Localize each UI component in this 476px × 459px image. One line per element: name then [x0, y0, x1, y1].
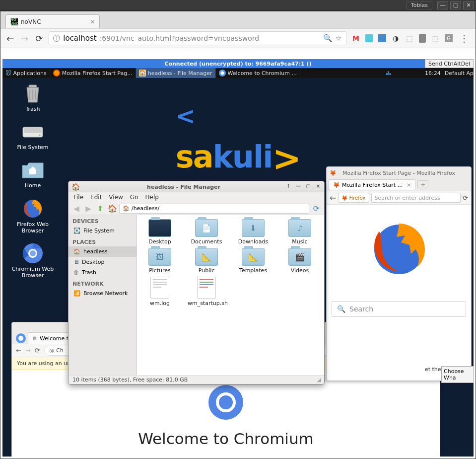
- firefox-search-box[interactable]: 🔍 Search: [332, 301, 466, 317]
- extension-icon-6[interactable]: ⬚: [431, 34, 440, 43]
- sidebar-item-network[interactable]: 📶Browse Network: [68, 288, 136, 299]
- fm-item-templates[interactable]: 📐Templates: [234, 248, 272, 274]
- fm-item-videos[interactable]: 🎬Videos: [281, 248, 319, 274]
- nav-home-icon[interactable]: 🏠: [107, 204, 117, 214]
- firefox-identity-pill[interactable]: 🦊 Firefox: [338, 193, 369, 203]
- chromium-reload-button[interactable]: ⟳: [35, 347, 40, 354]
- desktop-icon-label: Trash: [10, 106, 55, 112]
- chrome-menu-button[interactable]: ⋮: [458, 33, 471, 44]
- desktop-icon-trash[interactable]: Trash: [10, 83, 55, 112]
- sidebar-item-trash[interactable]: 🗑Trash: [68, 267, 136, 278]
- sidebar-item-label: Browse Network: [83, 290, 128, 297]
- chromium-forward-button[interactable]: →: [25, 347, 31, 354]
- fm-item-wmlog[interactable]: wm.log: [141, 277, 179, 306]
- menu-view[interactable]: View: [109, 194, 123, 201]
- xfce-workspace-label[interactable]: Default Ap: [445, 70, 474, 76]
- fm-item-label: wm_startup.sh: [188, 301, 225, 306]
- firefox-pill-icon: 🦊: [341, 195, 347, 201]
- fm-item-label: wm.log: [141, 301, 179, 306]
- desktop-icon-label: Firefox Web Browser: [10, 221, 55, 234]
- resize-grip-icon[interactable]: ◢: [317, 377, 320, 383]
- chrome-forward-button[interactable]: →: [20, 32, 29, 45]
- desktop-icon-home[interactable]: Home: [10, 159, 55, 189]
- extension-icon-2[interactable]: [378, 34, 386, 42]
- filemanager-maximize-button[interactable]: ▢: [304, 183, 312, 190]
- nav-forward-icon[interactable]: ▶: [83, 204, 93, 214]
- firefox-content: 🔍 Search: [327, 205, 471, 322]
- chromium-tabstrip-icon: [16, 333, 26, 343]
- firefox-reload-button[interactable]: ⟳: [463, 194, 468, 202]
- network-tray-icon[interactable]: 🖧: [386, 70, 391, 76]
- filemanager-menubar: File Edit View Go Help: [68, 192, 324, 202]
- host-minimize-button[interactable]: —: [437, 1, 448, 9]
- extension-icon-4[interactable]: ⬚: [405, 34, 414, 43]
- gmail-icon[interactable]: M: [351, 34, 360, 43]
- sidebar-item-label: File System: [83, 228, 115, 234]
- nav-back-icon[interactable]: ◀: [71, 204, 81, 214]
- extension-icon-3[interactable]: ◑: [391, 34, 400, 43]
- fm-item-public[interactable]: 📐Public: [188, 248, 225, 274]
- folder-icon: 📐: [195, 248, 218, 266]
- fm-item-music[interactable]: ♪Music: [281, 219, 319, 245]
- firefox-back-button[interactable]: ←: [330, 193, 336, 203]
- firefox-pill-label: Firefox: [349, 195, 365, 201]
- firefox-titlebar[interactable]: 🦊 Mozilla Firefox Start Page - Mozilla F…: [327, 167, 471, 179]
- sidebar-item-headless[interactable]: 🏠headless: [68, 246, 136, 257]
- nav-up-icon[interactable]: ⬆: [95, 204, 105, 214]
- firefox-newtab-button[interactable]: +: [417, 180, 428, 189]
- menu-file[interactable]: File: [73, 194, 83, 201]
- filemanager-close-button[interactable]: ×: [314, 183, 322, 190]
- filemanager-minimize-button[interactable]: —: [294, 183, 302, 190]
- filemanager-pane[interactable]: Desktop 📄Documents ⬇Downloads ♪Music 🖼Pi…: [137, 215, 324, 375]
- filemanager-wbtn-up[interactable]: ↑: [284, 183, 292, 190]
- firefox-choose-button[interactable]: Choose Wha: [441, 366, 474, 383]
- chrome-tab-close-button[interactable]: ×: [90, 18, 95, 25]
- filemanager-status-text: 10 items (368 bytes), Free space: 81.0 G…: [72, 377, 188, 383]
- extension-icon-5[interactable]: [419, 34, 426, 43]
- filemanager-path-text: /headless/: [132, 205, 159, 212]
- textfile-icon: [150, 277, 169, 299]
- firefox-urlbar[interactable]: Search or enter address: [371, 193, 461, 203]
- xfce-applications-menu[interactable]: 🐭 Applications: [2, 68, 50, 78]
- desktop-icon-chromium[interactable]: Chromium Web Browser: [10, 243, 55, 279]
- chromium-back-button[interactable]: ←: [16, 347, 21, 354]
- extension-icon-1[interactable]: [365, 34, 373, 42]
- desktop-icon-firefox[interactable]: Firefox Web Browser: [10, 198, 55, 234]
- extension-icon-7[interactable]: G: [445, 34, 453, 42]
- fm-item-documents[interactable]: 📄Documents: [188, 219, 225, 245]
- vnc-send-ctrlaltdel-button[interactable]: Send CtrlAltDel: [425, 59, 474, 68]
- desktop-icon-filesystem[interactable]: File System: [10, 121, 55, 151]
- firefox-tab[interactable]: 🦊 Mozilla Firefox Start ... ×: [329, 179, 415, 190]
- fm-item-pictures[interactable]: 🖼Pictures: [141, 248, 179, 274]
- filemanager-sidebar: DEVICES 💽File System PLACES 🏠headless 🖥D…: [68, 215, 137, 375]
- bookmark-star-icon[interactable]: ☆: [336, 34, 342, 43]
- fm-item-desktop[interactable]: Desktop: [141, 219, 179, 245]
- chromium-logo-icon: [208, 385, 243, 420]
- desktop-icons: Trash File System Home Firefox Web Brows…: [10, 83, 60, 288]
- filemanager-pathbar[interactable]: 🏠 /headless/: [119, 204, 309, 214]
- filemanager-titlebar[interactable]: 🏠 headless - File Manager ↑ — ▢ ×: [68, 181, 324, 192]
- reload-icon[interactable]: ⟳: [311, 204, 321, 214]
- fm-item-downloads[interactable]: ⬇Downloads: [234, 219, 272, 245]
- taskbar-item-firefox[interactable]: Mozilla Firefox Start Pag...: [50, 68, 136, 78]
- firefox-tab-close-button[interactable]: ×: [407, 182, 411, 188]
- search-in-page-icon[interactable]: 🔍: [323, 34, 333, 43]
- folder-icon: 📐: [242, 248, 265, 266]
- home-icon: 🏠: [73, 248, 80, 255]
- menu-edit[interactable]: Edit: [90, 194, 102, 201]
- chrome-reload-button[interactable]: ⟳: [34, 32, 44, 45]
- info-icon: i: [53, 35, 60, 42]
- host-maximize-button[interactable]: ▢: [450, 1, 461, 9]
- menu-go[interactable]: Go: [130, 194, 138, 201]
- menu-help[interactable]: Help: [145, 194, 158, 201]
- chrome-back-button[interactable]: ←: [5, 32, 15, 45]
- host-close-button[interactable]: ✕: [463, 1, 474, 9]
- taskbar-item-chromium[interactable]: Welcome to Chromium ...: [216, 68, 300, 78]
- sidebar-item-filesystem[interactable]: 💽File System: [68, 226, 136, 236]
- chrome-omnibox[interactable]: i localhost:6901/vnc_auto.html?password=…: [49, 31, 346, 45]
- chrome-tab-novnc[interactable]: NOVNC noVNC ×: [5, 14, 100, 28]
- fm-item-wmstartup[interactable]: wm_startup.sh: [188, 277, 225, 306]
- sidebar-item-desktop[interactable]: 🖥Desktop: [68, 257, 136, 267]
- taskbar-item-filemanager[interactable]: 🏠 headless - File Manager: [136, 68, 216, 78]
- chromium-infobar-text: You are using an uns: [17, 360, 73, 367]
